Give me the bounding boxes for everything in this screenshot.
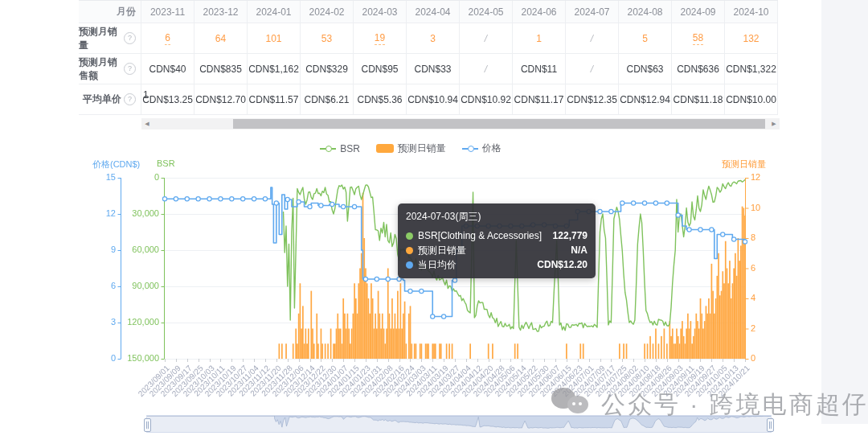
table-cell: CDN$10.00 xyxy=(725,84,778,114)
month-header: 2023-11 xyxy=(141,1,194,23)
cell-value: CDN$12.70 xyxy=(195,94,246,105)
tooltip-label: 预测日销量 xyxy=(418,244,466,257)
table-cell: CDN$11 xyxy=(513,54,566,84)
info-icon[interactable]: ? xyxy=(124,93,136,105)
axis-tick-label: 150,000 xyxy=(117,353,159,363)
legend-item-预测日销量[interactable]: 预测日销量 xyxy=(376,142,446,155)
table-cell: 6 xyxy=(141,23,194,53)
info-icon[interactable]: ? xyxy=(124,63,136,75)
bsr-axis-name: BSR xyxy=(157,158,175,168)
cell-value: / xyxy=(485,33,487,44)
table-scrollbar[interactable]: ◀ ▶ xyxy=(141,118,780,130)
table-cell: CDN$329 xyxy=(301,54,354,84)
table-cell: 132 xyxy=(725,23,778,53)
series-dot-icon xyxy=(406,247,413,254)
month-header: 2024-02 xyxy=(301,1,354,23)
cell-value: CDN$11.17 xyxy=(514,94,564,105)
axis-tick-label: 30,000 xyxy=(117,208,159,218)
daily-sales-axis-name: 预测日销量 xyxy=(722,158,766,171)
cell-value: CDN$1,322 xyxy=(726,64,776,75)
cell-value[interactable]: 58 xyxy=(693,32,703,45)
tooltip-label: 当日均价 xyxy=(418,258,457,272)
line-marker-icon xyxy=(320,148,336,150)
legend-item-价格[interactable]: 价格 xyxy=(462,142,502,155)
cell-value: CDN$6.21 xyxy=(304,94,349,105)
axis-tick-label: 6 xyxy=(84,281,116,290)
cell-value: CDN$835 xyxy=(199,64,242,75)
cell-value: CDN$95 xyxy=(361,64,398,75)
cell-value: CDN$1,162 xyxy=(248,64,299,75)
cell-value: 64 xyxy=(215,33,226,44)
table-cell: CDN$63 xyxy=(619,54,672,84)
info-icon[interactable]: ? xyxy=(124,32,136,44)
cell-value: / xyxy=(591,33,593,44)
cell-value: / xyxy=(485,64,487,75)
datazoom-right-handle[interactable] xyxy=(767,418,774,432)
axis-tick-label: 4 xyxy=(751,293,783,302)
table-cell: 5 xyxy=(619,23,672,53)
month-header: 2024-04 xyxy=(407,1,460,23)
table-cell: CDN$5.36 xyxy=(354,84,407,114)
table-cell: 1 xyxy=(513,23,566,53)
cell-value: CDN$12.94 xyxy=(620,94,670,105)
scrollbar-thumb[interactable] xyxy=(233,119,765,129)
axis-tick-label: 0 xyxy=(117,172,159,182)
table-cell: CDN$835 xyxy=(194,54,248,84)
axis-tick-label: 8 xyxy=(751,232,783,242)
tooltip-date: 2024-07-03(周三) xyxy=(406,210,588,224)
table-cell: CDN$12.70 xyxy=(194,84,248,114)
legend-label: 预测日销量 xyxy=(398,142,446,155)
table-cell: / xyxy=(566,54,619,84)
tooltip-value: CDN$12.20 xyxy=(537,259,588,270)
datazoom-slider[interactable] xyxy=(146,415,772,433)
chart-legend: BSR预测日销量价格 xyxy=(0,142,821,155)
month-header: 2024-09 xyxy=(672,1,725,23)
axis-tick-label: 60,000 xyxy=(117,245,159,254)
table-cell: CDN$95 xyxy=(354,54,407,84)
table-cell: CDN$13.25 xyxy=(141,84,194,114)
month-header: 2024-07 xyxy=(566,1,619,23)
cell-value[interactable]: 19 xyxy=(375,32,385,45)
scroll-left-icon[interactable]: ◀ xyxy=(141,118,153,130)
cell-value: 53 xyxy=(321,33,332,44)
month-header: 2024-03 xyxy=(354,1,407,23)
table-cell: / xyxy=(460,23,513,53)
table-cell: 19 xyxy=(354,23,407,53)
axis-tick-label: 2 xyxy=(751,323,783,333)
cell-value: CDN$10.94 xyxy=(407,94,458,105)
forecast-table: 月份2023-112023-122024-012024-022024-03202… xyxy=(79,0,778,115)
tooltip-value: N/A xyxy=(571,245,588,256)
table-cell: CDN$33 xyxy=(407,54,460,84)
scroll-right-icon[interactable]: ▶ xyxy=(768,118,780,130)
cell-value[interactable]: 6 xyxy=(165,32,170,45)
datazoom-left-handle[interactable] xyxy=(144,418,151,432)
datazoom-shadow xyxy=(147,416,771,432)
cell-value: CDN$11 xyxy=(521,64,557,75)
row-label: 平均单价 xyxy=(83,92,121,106)
cell-value: CDN$329 xyxy=(305,64,348,75)
axis-tick-label: 6 xyxy=(751,263,783,273)
table-cell: CDN$636 xyxy=(672,54,725,84)
table-cell: / xyxy=(566,23,619,53)
row-label: 预测月销量 xyxy=(79,25,121,52)
month-header: 2024-06 xyxy=(513,1,566,23)
month-header: 2024-08 xyxy=(619,1,672,23)
row-label-cell: 平均单价? xyxy=(79,84,141,114)
table-cell: 101 xyxy=(248,23,301,53)
axis-tick-label: 12 xyxy=(751,172,783,182)
cell-value: 101 xyxy=(265,33,281,44)
cell-value: CDN$5.36 xyxy=(357,94,402,105)
legend-item-BSR[interactable]: BSR xyxy=(320,142,360,155)
month-header: 2024-05 xyxy=(460,1,513,23)
cell-value: CDN$11.57 xyxy=(249,94,299,105)
cell-value: CDN$11.18 xyxy=(674,94,723,105)
tooltip-label: BSR[Clothing & Accessories] xyxy=(418,230,542,241)
table-cell: CDN$10.92 xyxy=(460,84,513,114)
bar-marker-icon xyxy=(376,144,394,153)
tooltip-row: 当日均价CDN$12.20 xyxy=(406,257,588,272)
month-header: 2024-01 xyxy=(248,1,301,23)
cell-value: 5 xyxy=(642,33,648,44)
cell-value: CDN$636 xyxy=(677,64,719,75)
cell-value: CDN$10.92 xyxy=(461,94,511,105)
axis-tick-label: 12 xyxy=(84,208,116,218)
